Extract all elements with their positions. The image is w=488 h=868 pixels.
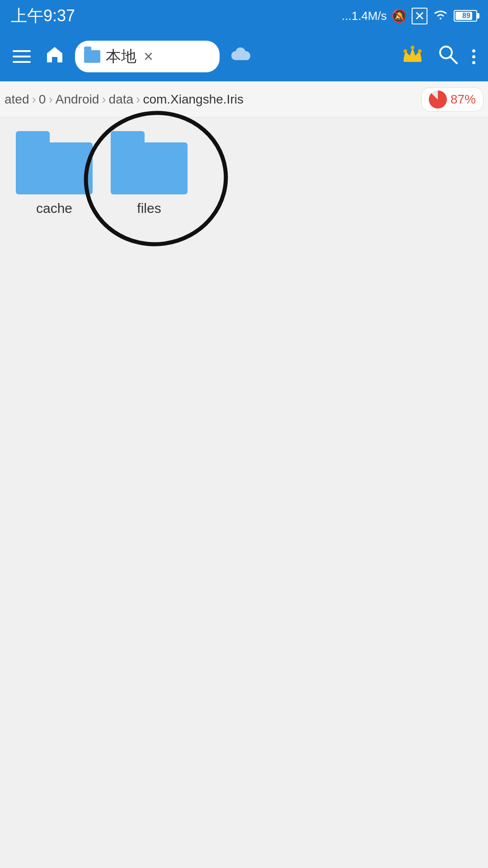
wifi-icon xyxy=(432,7,449,25)
notification-icon: 🔕 xyxy=(391,9,407,24)
search-button[interactable] xyxy=(434,41,461,72)
crown-button[interactable] xyxy=(398,41,427,72)
storage-pie-chart xyxy=(429,90,447,108)
network-speed: ...1.4M/s xyxy=(342,9,387,23)
svg-point-3 xyxy=(418,49,422,53)
folder-files-label: files xyxy=(137,201,161,216)
svg-point-1 xyxy=(404,49,407,53)
tab-label: 本地 xyxy=(106,46,136,67)
folder-cache-icon xyxy=(16,131,93,194)
folder-files-icon xyxy=(111,131,188,194)
home-button[interactable] xyxy=(42,42,68,71)
svg-point-2 xyxy=(411,46,414,49)
main-content: cache files xyxy=(0,118,488,868)
status-time: 上午9:37 xyxy=(11,5,75,27)
sim-icon: ✕ xyxy=(412,8,427,24)
nav-bar: 本地 × xyxy=(0,32,488,81)
svg-line-5 xyxy=(450,57,457,63)
folder-files[interactable]: files xyxy=(108,131,190,216)
breadcrumb-android[interactable]: Android xyxy=(56,92,99,107)
svg-rect-0 xyxy=(404,59,422,62)
tab-folder-icon xyxy=(84,50,100,63)
tab-close-button[interactable]: × xyxy=(144,47,153,66)
storage-badge[interactable]: 87% xyxy=(421,87,483,112)
hamburger-button[interactable] xyxy=(9,47,34,66)
breadcrumb-ated[interactable]: ated xyxy=(5,92,29,107)
more-button[interactable] xyxy=(469,46,479,68)
folder-cache-label: cache xyxy=(36,201,72,216)
breadcrumb-com-xiangshe-iris[interactable]: com.Xiangshe.Iris xyxy=(143,92,244,107)
battery-icon: 89 xyxy=(454,10,477,22)
cloud-button[interactable] xyxy=(227,43,255,71)
breadcrumb-0[interactable]: 0 xyxy=(39,92,46,107)
storage-percent: 87% xyxy=(450,92,476,107)
local-tab[interactable]: 本地 × xyxy=(75,41,220,72)
status-icons: ...1.4M/s 🔕 ✕ 89 xyxy=(342,7,477,25)
folder-cache[interactable]: cache xyxy=(14,131,95,216)
status-bar: 上午9:37 ...1.4M/s 🔕 ✕ 89 xyxy=(0,0,488,32)
breadcrumb-data[interactable]: data xyxy=(109,92,134,107)
breadcrumb: ated › 0 › Android › data › com.Xiangshe… xyxy=(0,81,488,118)
